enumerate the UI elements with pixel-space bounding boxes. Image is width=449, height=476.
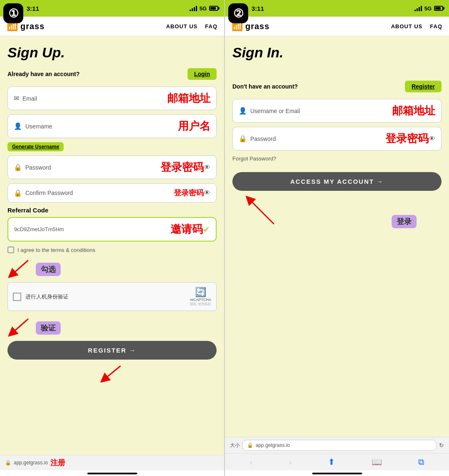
confirm-password-label: Confirm Password xyxy=(25,190,174,196)
account-prompt-2: Don't have an account? xyxy=(232,83,298,90)
forgot-password-link[interactable]: Forgot Password? xyxy=(232,155,276,162)
signin-content: Sign In. Don't have an account? Register… xyxy=(225,36,449,437)
panel-signup: ① 3:11 5G 📶 grass ABOUT US FAQ xyxy=(0,0,224,476)
username-email-label: Username or Email xyxy=(250,108,392,114)
account-row-2: Don't have an account? Register xyxy=(232,81,442,92)
nav-bar-1: 📶 grass ABOUT US FAQ xyxy=(0,17,224,36)
nav-links-2: ABOUT US FAQ xyxy=(391,23,442,30)
bookmarks-button[interactable]: 📖 xyxy=(372,457,382,467)
email-label: Email xyxy=(22,95,167,102)
nav-faq-2[interactable]: FAQ xyxy=(430,23,442,30)
email-icon: ✉ xyxy=(14,94,19,102)
arrow-to-access xyxy=(232,195,282,228)
confirm-password-field[interactable]: 🔒 Confirm Password 登录密码 👁 xyxy=(7,183,217,202)
recaptcha-box: 进行人机身份验证 🔄 reCAPTCHA 隐私 使用条款 xyxy=(7,282,217,311)
svg-line-3 xyxy=(249,199,274,224)
referral-check-icon: ✔ xyxy=(203,224,210,234)
url-lock-icon-2: 🔒 xyxy=(247,442,253,448)
recaptcha-right: 🔄 reCAPTCHA 隐私 使用条款 xyxy=(190,287,211,306)
confirm-eye-icon[interactable]: 👁 xyxy=(204,189,210,197)
verify-annotation-badge: 验证 xyxy=(36,321,61,335)
panel-signin: ② 3:11 5G 📶 grass ABOUT US FAQ xyxy=(224,0,449,476)
url-bar-2[interactable]: 🔒 app.getgrass.io xyxy=(242,440,437,451)
password-eye-icon[interactable]: 👁 xyxy=(204,164,210,171)
bottom-bar-1: 🔒 app.getgrass.io 注册 xyxy=(0,455,224,470)
status-bar-2: 3:11 5G xyxy=(225,0,449,17)
tabs-button[interactable]: ⧉ xyxy=(418,457,424,467)
arrow-to-recaptcha xyxy=(7,317,32,338)
network-label-1: 5G xyxy=(200,5,207,12)
referral-label: Referral Code xyxy=(7,207,217,214)
register-annotation-text: 注册 xyxy=(50,458,65,468)
battery-icon-1 xyxy=(209,6,218,11)
signin-password-annotation: 登录密码 xyxy=(385,131,429,146)
status-icons-2: 5G xyxy=(414,5,443,12)
check-annotation-badge: 勾选 xyxy=(36,263,61,276)
nav-links-1: ABOUT US FAQ xyxy=(166,23,217,30)
forward-button[interactable]: › xyxy=(289,457,292,467)
bottom-bar-2: 大小 🔒 app.getgrass.io ↻ xyxy=(225,437,449,453)
svg-line-0 xyxy=(12,260,28,275)
username-field[interactable]: 👤 Username 用户名 xyxy=(7,114,217,138)
user-icon-1: 👤 xyxy=(14,122,22,130)
user-icon-2: 👤 xyxy=(239,107,247,115)
lock-icon-2: 🔒 xyxy=(14,189,22,197)
logo-text-1: grass xyxy=(20,22,44,31)
terms-row: I agree to the terms & conditions xyxy=(7,247,217,253)
network-label-2: 5G xyxy=(424,5,432,12)
referral-annotation: 邀请码 xyxy=(170,222,203,237)
signup-content: Sign Up. Already have an account? Login … xyxy=(0,36,224,455)
account-row-1: Already have an account? Login xyxy=(7,68,217,80)
username-email-annotation: 邮箱地址 xyxy=(392,104,435,118)
register-button-2[interactable]: Register xyxy=(405,81,442,92)
nav-about-us-1[interactable]: ABOUT US xyxy=(166,23,197,30)
username-label: Username xyxy=(25,123,178,130)
browser-bottom: ‹ › ⬆ 📖 ⧉ xyxy=(225,453,449,470)
home-indicator-2 xyxy=(312,473,362,474)
recaptcha-checkbox[interactable] xyxy=(13,293,21,301)
signal-icon-2 xyxy=(414,5,422,11)
reload-icon[interactable]: ↻ xyxy=(439,442,444,449)
recaptcha-logo: 🔄 xyxy=(195,287,206,298)
username-annotation: 用户名 xyxy=(178,119,210,133)
signin-password-field[interactable]: 🔒 Password 登录密码 👁 xyxy=(232,127,442,150)
nav-about-us-2[interactable]: ABOUT US xyxy=(391,23,422,30)
signin-eye-icon[interactable]: 👁 xyxy=(429,135,435,143)
access-account-button[interactable]: ACCESS MY ACCOUNT → xyxy=(232,172,442,191)
account-prompt-1: Already have an account? xyxy=(7,71,80,77)
nav-faq-1[interactable]: FAQ xyxy=(205,23,217,30)
url-size-label: 大小 xyxy=(230,442,240,449)
email-annotation: 邮箱地址 xyxy=(167,91,210,106)
status-time-1: 3:11 xyxy=(27,5,39,12)
svg-line-2 xyxy=(104,366,121,380)
register-button[interactable]: REGISTER → xyxy=(7,341,217,360)
status-time-2: 3:11 xyxy=(252,5,264,12)
recaptcha-links: 隐私 使用条款 xyxy=(190,302,211,306)
status-bar-1: 3:11 5G xyxy=(0,0,224,17)
password-annotation: 登录密码 xyxy=(160,160,204,175)
terms-text: I agree to the terms & conditions xyxy=(17,247,95,253)
referral-code-text: 9cD9ZmetJoTm5Hm xyxy=(14,226,170,232)
url-text-2: app.getgrass.io xyxy=(256,442,290,448)
battery-icon-2 xyxy=(434,6,443,11)
username-email-field[interactable]: 👤 Username or Email 邮箱地址 xyxy=(232,99,442,123)
email-field[interactable]: ✉ Email 邮箱地址 xyxy=(7,86,217,110)
back-button[interactable]: ‹ xyxy=(250,457,253,467)
login-annotation-badge: 登录 xyxy=(392,215,417,228)
arrow-to-checkbox xyxy=(7,258,32,279)
recaptcha-label: reCAPTCHA xyxy=(190,298,211,302)
home-indicator-1 xyxy=(87,473,137,474)
share-button[interactable]: ⬆ xyxy=(328,457,335,467)
generate-username-button[interactable]: Generate Username xyxy=(7,142,64,151)
lock-icon-3: 🔒 xyxy=(239,135,247,143)
signup-title: Sign Up. xyxy=(7,44,217,61)
status-icons-1: 5G xyxy=(190,5,218,12)
step-badge-1: ① xyxy=(3,3,23,23)
terms-checkbox[interactable] xyxy=(7,247,14,253)
signal-icon-1 xyxy=(190,5,197,11)
step-badge-2: ② xyxy=(228,3,248,23)
arrow-to-register xyxy=(91,364,133,382)
referral-field[interactable]: 9cD9ZmetJoTm5Hm 邀请码 ✔ xyxy=(7,217,217,242)
login-button[interactable]: Login xyxy=(187,68,217,80)
password-field[interactable]: 🔒 Password 登录密码 👁 xyxy=(7,155,217,179)
